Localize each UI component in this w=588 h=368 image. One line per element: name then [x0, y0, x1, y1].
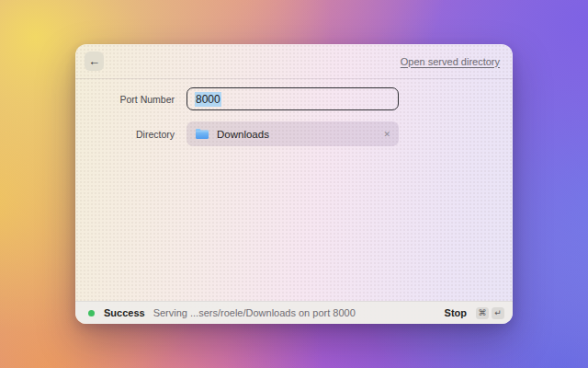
window-header: ← Open served directory [75, 44, 513, 79]
status-bar: Success Serving ...sers/roele/Downloads … [75, 301, 513, 324]
folder-icon [195, 128, 209, 140]
directory-field[interactable]: Downloads ✕ [187, 121, 399, 146]
directory-value: Downloads [217, 129, 269, 140]
clear-directory-icon[interactable]: ✕ [383, 130, 390, 139]
port-row: Port Number 8000 [75, 87, 513, 110]
command-key-icon[interactable]: ⌘ [476, 307, 489, 319]
return-key-icon[interactable]: ↵ [492, 307, 504, 319]
status-text: Success [104, 307, 145, 318]
desktop-wallpaper: ← Open served directory Port Number 8000… [0, 0, 588, 368]
back-arrow-icon: ← [88, 55, 100, 67]
port-input[interactable]: 8000 [187, 87, 399, 110]
back-button[interactable]: ← [85, 52, 104, 71]
port-value-selected-text: 8000 [195, 92, 221, 107]
status-message: Serving ...sers/roele/Downloads on port … [153, 307, 356, 318]
directory-row: Directory Downloads ✕ [75, 121, 513, 146]
open-served-directory-link[interactable]: Open served directory [401, 56, 500, 67]
stop-label: Stop [445, 307, 467, 318]
port-label: Port Number [75, 94, 175, 105]
directory-label: Directory [75, 129, 175, 140]
status-dot-icon [88, 310, 95, 316]
app-window: ← Open served directory Port Number 8000… [75, 44, 513, 324]
